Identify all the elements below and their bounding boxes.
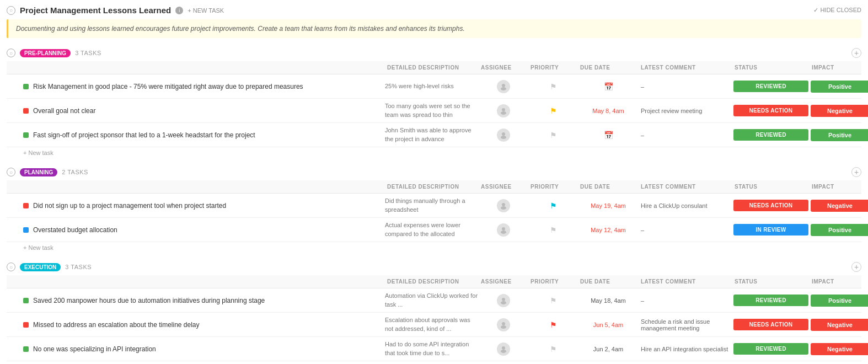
due-date-cell[interactable]: 📅: [578, 82, 639, 91]
impact-cell[interactable]: Positive: [810, 81, 868, 93]
assignee-cell[interactable]: [479, 294, 528, 307]
assignee-cell[interactable]: [479, 318, 528, 331]
priority-cell[interactable]: ⚑: [528, 201, 578, 210]
add-section-btn-planning[interactable]: +: [851, 167, 861, 177]
collapse-page-btn[interactable]: ○: [7, 6, 15, 15]
avatar: [497, 199, 510, 212]
assignee-cell[interactable]: [479, 80, 528, 93]
status-cell[interactable]: NEEDS ACTION: [732, 105, 810, 116]
task-name[interactable]: Fast sign-off of project sponsor that le…: [33, 131, 255, 139]
due-date-cell[interactable]: May 19, 4am: [578, 202, 639, 209]
task-dot: [23, 227, 29, 233]
task-description: Too many goals were set so the team was …: [385, 102, 479, 119]
collapse-section-execution[interactable]: ○: [7, 263, 15, 271]
impact-cell[interactable]: Positive: [810, 129, 868, 141]
task-name[interactable]: Overstated budget allocation: [33, 226, 117, 234]
task-name[interactable]: Did not sign up to a project management …: [33, 202, 226, 210]
assignee-cell[interactable]: [479, 129, 528, 142]
status-badge: REVIEWED: [733, 295, 808, 306]
new-task-row-pre-planning[interactable]: + New task: [7, 147, 861, 158]
priority-flag: ⚑: [550, 320, 557, 329]
due-date-icon: 📅: [604, 82, 613, 91]
impact-cell[interactable]: Negative: [810, 319, 868, 331]
due-date-cell[interactable]: May 8, 4am: [578, 108, 639, 114]
due-date-cell[interactable]: May 12, 4am: [578, 227, 639, 233]
due-date-cell[interactable]: Jun 5, 4am: [578, 322, 639, 328]
avatar: [497, 294, 510, 307]
col-header-0: [10, 63, 385, 72]
latest-comment-cell: Hire a ClickUp consulant: [639, 202, 732, 209]
impact-cell[interactable]: Negative: [810, 343, 868, 355]
section-task-count-planning: 2 TASKS: [62, 169, 88, 175]
svg-point-5: [501, 136, 506, 139]
svg-point-8: [502, 227, 505, 231]
section-planning: ○ PLANNING 2 TASKS + DETAILED DESCRIPTIO…: [7, 164, 861, 253]
impact-cell[interactable]: Positive: [810, 224, 868, 236]
priority-cell[interactable]: ⚑: [528, 320, 578, 329]
new-task-row-execution[interactable]: + New task: [7, 361, 861, 364]
priority-cell[interactable]: ⚑: [528, 106, 578, 115]
add-section-btn-execution[interactable]: +: [851, 262, 861, 272]
due-date-cell[interactable]: Jun 2, 4am: [578, 346, 639, 352]
page-title: Project Management Lessons Learned: [20, 6, 171, 15]
task-description: Actual expenses were lower compared to t…: [385, 221, 479, 238]
status-cell[interactable]: NEEDS ACTION: [732, 319, 810, 330]
status-cell[interactable]: REVIEWED: [732, 81, 810, 92]
task-description: Escalation about approvals was not addre…: [385, 316, 479, 333]
status-cell[interactable]: NEEDS ACTION: [732, 200, 810, 211]
impact-cell[interactable]: Negative: [810, 105, 868, 117]
status-cell[interactable]: REVIEWED: [732, 129, 810, 141]
svg-point-3: [501, 111, 506, 115]
section-header-execution: ○ EXECUTION 3 TASKS +: [7, 259, 861, 275]
impact-cell[interactable]: Positive: [810, 295, 868, 307]
assignee-cell[interactable]: [479, 342, 528, 356]
priority-cell[interactable]: ⚑: [528, 296, 578, 305]
task-row: Overall goal not clear Too many goals we…: [7, 99, 861, 123]
new-task-row-planning[interactable]: + New task: [7, 242, 861, 253]
task-name-cell: No one was specializing in API integrati…: [10, 345, 385, 353]
due-date-cell[interactable]: 📅: [578, 131, 639, 140]
assignee-cell[interactable]: [479, 223, 528, 237]
add-section-btn-pre-planning[interactable]: +: [851, 48, 861, 58]
impact-badge: Positive: [811, 224, 868, 236]
task-name[interactable]: Risk Management in good place - 75% were…: [33, 83, 303, 90]
task-row: Fast sign-off of project sponsor that le…: [7, 123, 861, 147]
priority-cell[interactable]: ⚑: [528, 82, 578, 91]
hide-closed-btn[interactable]: ✓ HIDE CLOSED: [813, 7, 861, 14]
priority-cell[interactable]: ⚑: [528, 345, 578, 354]
status-cell[interactable]: REVIEWED: [732, 343, 810, 355]
assignee-cell[interactable]: [479, 104, 528, 117]
section-badge-execution: EXECUTION: [20, 263, 61, 271]
collapse-section-pre-planning[interactable]: ○: [7, 49, 15, 57]
new-task-header-btn[interactable]: + NEW TASK: [187, 7, 224, 14]
status-cell[interactable]: IN REVIEW: [732, 224, 810, 235]
collapse-section-planning[interactable]: ○: [7, 168, 15, 176]
impact-cell[interactable]: Negative: [810, 200, 868, 212]
section-task-count-pre-planning: 3 TASKS: [75, 50, 101, 56]
due-date-cell[interactable]: May 18, 4am: [578, 297, 639, 304]
task-name-cell: Risk Management in good place - 75% were…: [10, 83, 385, 90]
task-name[interactable]: Overall goal not clear: [33, 107, 95, 115]
task-name-cell: Did not sign up to a project management …: [10, 202, 385, 210]
task-row: Saved 200 manpower hours due to automati…: [7, 288, 861, 313]
col-header-6: STATUS: [732, 63, 810, 72]
task-name[interactable]: No one was specializing in API integrati…: [33, 345, 156, 353]
info-icon[interactable]: i: [175, 7, 183, 14]
impact-badge: Positive: [811, 295, 868, 307]
priority-cell[interactable]: ⚑: [528, 226, 578, 234]
col-header-6: STATUS: [732, 277, 810, 286]
section-badge-pre-planning: PRE-PLANNING: [20, 49, 71, 57]
svg-point-15: [501, 350, 506, 353]
priority-cell[interactable]: ⚑: [528, 131, 578, 140]
col-header-3: PRIORITY: [528, 277, 578, 286]
priority-flag: ⚑: [550, 201, 557, 210]
task-name[interactable]: Missed to address an escalation about th…: [33, 321, 200, 329]
impact-badge: Positive: [811, 129, 868, 141]
impact-badge: Negative: [811, 343, 868, 355]
status-cell[interactable]: REVIEWED: [732, 295, 810, 306]
task-name[interactable]: Saved 200 manpower hours due to automati…: [33, 297, 265, 304]
status-badge: REVIEWED: [733, 129, 808, 141]
assignee-cell[interactable]: [479, 199, 528, 212]
col-header-7: IMPACT: [810, 183, 868, 191]
task-description: Automation via ClickUp worked for task .…: [385, 292, 479, 309]
